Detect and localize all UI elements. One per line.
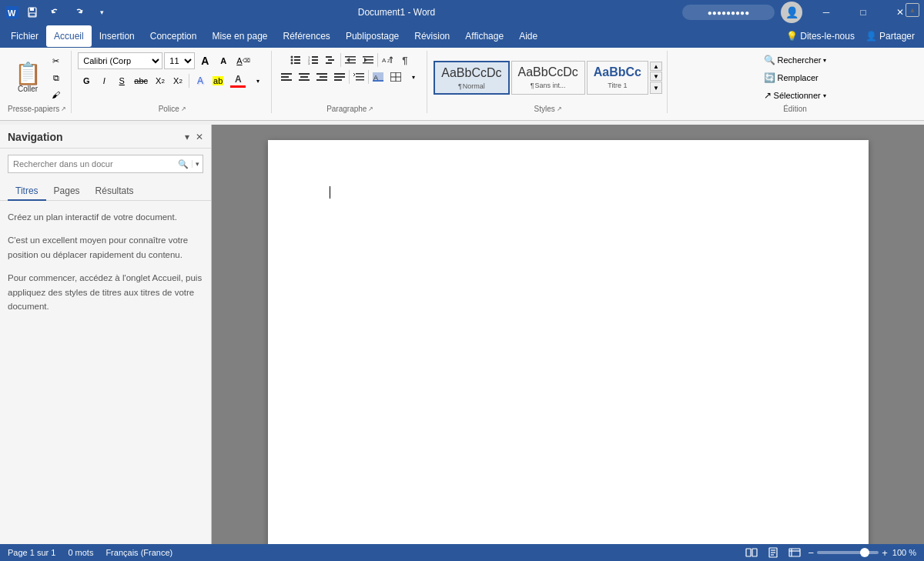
print-layout-btn[interactable] xyxy=(765,546,781,559)
partager-btn[interactable]: 👤 Partager xyxy=(859,28,921,45)
couper-btn[interactable]: ✂ xyxy=(48,53,65,68)
language-info[interactable]: Français (France) xyxy=(105,548,172,557)
text-effects-btn[interactable]: A xyxy=(192,73,209,88)
word-count[interactable]: 0 mots xyxy=(68,548,93,557)
nav-tab-titres[interactable]: Titres xyxy=(8,182,46,201)
page-info[interactable]: Page 1 sur 1 xyxy=(8,548,55,557)
svg-rect-26 xyxy=(367,59,373,61)
menu-insertion[interactable]: Insertion xyxy=(92,25,142,47)
bullets-btn[interactable] xyxy=(287,52,304,68)
menu-accueil[interactable]: Accueil xyxy=(46,25,92,47)
minimize-btn[interactable]: ─ xyxy=(808,0,844,25)
zoom-level[interactable]: 100 % xyxy=(892,548,916,557)
show-marks-btn[interactable]: ¶ xyxy=(397,52,413,68)
justify-btn[interactable] xyxy=(331,69,348,85)
quick-access-dropdown[interactable]: ▾ xyxy=(92,3,111,22)
font-color-dropdown[interactable]: ▾ xyxy=(249,73,266,88)
font-shrink-btn[interactable]: A xyxy=(215,53,232,68)
zoom-plus-btn[interactable]: + xyxy=(882,547,888,559)
superscript-btn[interactable]: X2 xyxy=(169,73,186,88)
subscript-btn[interactable]: X2 xyxy=(152,73,169,88)
styles-label[interactable]: Styles ↗ xyxy=(534,105,562,113)
italic-btn[interactable]: I xyxy=(95,73,112,88)
sort-btn[interactable]: AZ xyxy=(379,52,396,68)
nav-search-input[interactable] xyxy=(8,159,175,169)
lightbulb-area[interactable]: 💡 Dites-le-nous xyxy=(782,28,859,45)
zoom-slider[interactable] xyxy=(817,551,879,554)
multilevel-list-btn[interactable] xyxy=(323,52,340,68)
selectionner-btn[interactable]: ↗ Sélectionner ▾ xyxy=(759,88,831,103)
nav-body: Créez un plan interactif de votre docume… xyxy=(0,201,211,332)
font-color-btn[interactable]: A xyxy=(227,73,249,88)
styles-expand-btn[interactable]: ▼ xyxy=(650,82,662,94)
search-options-dropdown[interactable]: ▾ xyxy=(192,160,203,168)
police-label[interactable]: Police ↗ xyxy=(159,105,186,113)
menu-references[interactable]: Références xyxy=(276,25,338,47)
decrease-indent-btn[interactable] xyxy=(342,52,359,68)
align-left-btn[interactable] xyxy=(278,69,295,85)
nav-close-btn[interactable]: ✕ xyxy=(196,132,203,142)
status-left: Page 1 sur 1 0 mots Français (France) xyxy=(8,548,172,557)
presse-papiers-content: 📋 Coller ✂ ⧉ 🖌 xyxy=(10,52,65,103)
zoom-minus-btn[interactable]: − xyxy=(808,547,815,559)
line-spacing-btn[interactable] xyxy=(350,69,367,85)
shading-btn[interactable]: A xyxy=(370,69,387,85)
strikethrough-btn[interactable]: abc xyxy=(131,73,151,88)
font-size-select[interactable]: 11 xyxy=(164,52,195,69)
reproduire-btn[interactable]: 🖌 xyxy=(48,87,65,102)
document-area[interactable] xyxy=(212,125,924,544)
restore-btn[interactable]: □ xyxy=(845,0,881,25)
font-grow-btn[interactable]: A xyxy=(196,53,213,68)
svg-rect-14 xyxy=(312,59,318,61)
styles-scroll-up-btn[interactable]: ▲ xyxy=(650,62,662,71)
font-color-indicator xyxy=(230,85,246,88)
remplacer-btn[interactable]: 🔄 Remplacer xyxy=(759,70,823,85)
undo-quick-btn[interactable] xyxy=(46,3,65,22)
paragraphe-label[interactable]: Paragraphe ↗ xyxy=(326,105,373,113)
styles-scroll-down-btn[interactable]: ▼ xyxy=(650,72,662,81)
menu-affichage[interactable]: Affichage xyxy=(457,25,511,47)
user-avatar[interactable]: 👤 xyxy=(781,2,802,23)
numbered-list-btn[interactable]: 1.2.3. xyxy=(305,52,322,68)
document-page[interactable] xyxy=(268,140,869,544)
nav-tab-resultats[interactable]: Résultats xyxy=(88,182,142,201)
coller-btn[interactable]: 📋 Coller xyxy=(10,56,46,99)
style-titre-1[interactable]: AaBbCc Titre 1 xyxy=(587,61,648,94)
web-layout-btn[interactable] xyxy=(787,546,802,559)
ribbon-content: 📋 Coller ✂ ⧉ 🖌 Presse-pa xyxy=(0,51,924,113)
rechercher-btn[interactable]: 🔍 Rechercher ▾ xyxy=(759,52,832,68)
increase-indent-btn[interactable] xyxy=(360,52,377,68)
search-magnifier-icon[interactable]: 🔍 xyxy=(175,159,192,169)
presse-papiers-label[interactable]: Presse-papiers ↗ xyxy=(8,105,66,113)
menu-revision[interactable]: Révision xyxy=(407,25,457,47)
borders-dropdown[interactable]: ▾ xyxy=(405,69,422,85)
para-sep-2 xyxy=(377,53,378,67)
menu-conception[interactable]: Conception xyxy=(142,25,205,47)
bold-btn[interactable]: G xyxy=(78,73,95,88)
read-mode-btn[interactable] xyxy=(744,546,759,559)
menu-fichier[interactable]: Fichier xyxy=(3,25,46,47)
style-normal[interactable]: AaBbCcDc ¶ Normal xyxy=(434,61,509,94)
menu-mise-en-page[interactable]: Mise en page xyxy=(204,25,275,47)
zoom-thumb[interactable] xyxy=(860,548,869,557)
menu-aide[interactable]: Aide xyxy=(511,25,545,47)
nav-tab-pages[interactable]: Pages xyxy=(46,182,88,201)
status-right: − + 100 % xyxy=(744,546,916,559)
clear-format-btn[interactable]: A ⌫ xyxy=(233,53,253,68)
save-quick-btn[interactable] xyxy=(23,3,42,22)
borders-btn[interactable] xyxy=(387,69,404,85)
menu-publipostage[interactable]: Publipostage xyxy=(338,25,407,47)
svg-rect-53 xyxy=(752,549,757,556)
nav-dropdown-btn[interactable]: ▾ xyxy=(185,132,189,142)
lightbulb-icon: 💡 xyxy=(786,31,798,42)
highlight-btn[interactable]: ab xyxy=(209,73,226,88)
style-sans-interligne[interactable]: AaBbCcDc ¶ Sans int... xyxy=(511,61,585,94)
svg-rect-6 xyxy=(294,56,300,58)
align-center-btn[interactable] xyxy=(296,69,313,85)
font-name-select[interactable]: Calibri (Corp xyxy=(78,52,162,69)
redo-quick-btn[interactable] xyxy=(69,3,88,22)
ribbon-collapse-btn[interactable]: ▲ xyxy=(906,3,919,17)
align-right-btn[interactable] xyxy=(313,69,330,85)
underline-btn[interactable]: S xyxy=(113,73,130,88)
copier-btn[interactable]: ⧉ xyxy=(48,70,65,85)
